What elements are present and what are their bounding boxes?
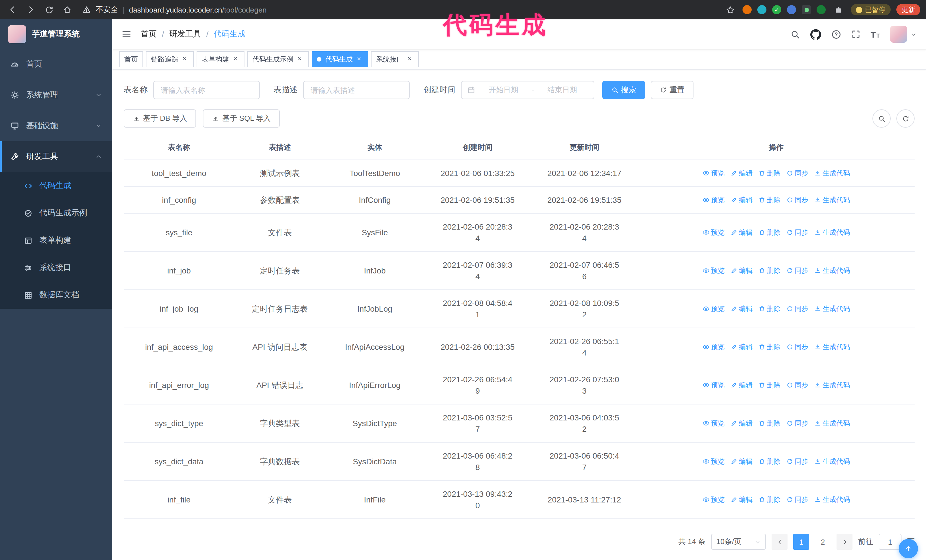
close-icon[interactable]: × bbox=[355, 55, 363, 63]
extension-icon-blue[interactable] bbox=[787, 5, 796, 14]
tab-home[interactable]: 首页 bbox=[119, 51, 143, 67]
extensions-puzzle-icon[interactable] bbox=[831, 3, 845, 17]
row-action-preview-link[interactable]: 预览 bbox=[702, 494, 725, 505]
tab-codegen[interactable]: 代码生成× bbox=[312, 51, 368, 67]
row-action-sync-link[interactable]: 同步 bbox=[786, 194, 808, 206]
sidebar-item-infra[interactable]: 基础设施 bbox=[0, 110, 112, 141]
toggle-search-button[interactable] bbox=[872, 109, 891, 128]
row-action-delete-link[interactable]: 删除 bbox=[758, 494, 781, 505]
row-action-delete-link[interactable]: 删除 bbox=[758, 168, 781, 179]
row-action-sync-link[interactable]: 同步 bbox=[786, 418, 808, 429]
tab-trace[interactable]: 链路追踪× bbox=[146, 51, 194, 67]
sidebar-item-system[interactable]: 系统管理 bbox=[0, 80, 112, 110]
close-icon[interactable]: × bbox=[406, 55, 414, 63]
address-bar[interactable]: 不安全 | dashboard.yudao.iocoder.cn/tool/co… bbox=[82, 3, 267, 17]
row-action-edit-link[interactable]: 编辑 bbox=[730, 168, 752, 179]
sidebar-item-system-api[interactable]: 系统接口 bbox=[0, 254, 112, 281]
search-icon[interactable] bbox=[790, 29, 800, 39]
row-action-sync-link[interactable]: 同步 bbox=[786, 456, 808, 467]
sidebar-item-home[interactable]: 首页 bbox=[0, 49, 112, 80]
row-action-generate-code-link[interactable]: 生成代码 bbox=[814, 494, 850, 505]
row-action-edit-link[interactable]: 编辑 bbox=[730, 494, 752, 505]
row-action-edit-link[interactable]: 编辑 bbox=[730, 265, 752, 276]
row-action-generate-code-link[interactable]: 生成代码 bbox=[814, 265, 850, 276]
fullscreen-icon[interactable] bbox=[851, 30, 860, 39]
sidebar-collapse-button[interactable] bbox=[121, 29, 132, 39]
create-time-range-picker[interactable]: 开始日期 - 结束日期 bbox=[461, 81, 595, 99]
row-action-preview-link[interactable]: 预览 bbox=[702, 456, 725, 467]
prev-page-button[interactable] bbox=[772, 534, 788, 550]
close-icon[interactable]: × bbox=[232, 55, 239, 63]
row-action-edit-link[interactable]: 编辑 bbox=[730, 379, 752, 391]
row-action-delete-link[interactable]: 删除 bbox=[758, 303, 781, 314]
row-action-preview-link[interactable]: 预览 bbox=[702, 418, 725, 429]
row-action-delete-link[interactable]: 删除 bbox=[758, 194, 781, 206]
reset-button[interactable]: 重置 bbox=[651, 81, 693, 99]
tab-form-builder[interactable]: 表单构建× bbox=[197, 51, 244, 67]
extension-icon-leaf[interactable] bbox=[817, 5, 826, 14]
help-icon[interactable]: ? bbox=[831, 29, 841, 39]
user-menu[interactable] bbox=[890, 26, 917, 43]
search-button[interactable]: 搜索 bbox=[602, 81, 645, 99]
browser-reload-button[interactable] bbox=[42, 3, 56, 17]
browser-back-button[interactable] bbox=[6, 3, 20, 17]
row-action-preview-link[interactable]: 预览 bbox=[702, 379, 725, 391]
row-action-edit-link[interactable]: 编辑 bbox=[730, 456, 752, 467]
row-action-sync-link[interactable]: 同步 bbox=[786, 494, 808, 505]
sidebar-item-db-doc[interactable]: 数据库文档 bbox=[0, 281, 112, 309]
bookmark-star-icon[interactable] bbox=[723, 3, 737, 17]
row-action-sync-link[interactable]: 同步 bbox=[786, 303, 808, 314]
paused-badge[interactable]: 已暂停 bbox=[851, 4, 891, 15]
page-button-1[interactable]: 1 bbox=[793, 534, 809, 550]
row-action-preview-link[interactable]: 预览 bbox=[702, 341, 725, 353]
update-button[interactable]: 更新 bbox=[896, 4, 920, 15]
row-action-generate-code-link[interactable]: 生成代码 bbox=[814, 341, 850, 353]
breadcrumb-devtools[interactable]: 研发工具 bbox=[169, 29, 201, 39]
row-action-delete-link[interactable]: 删除 bbox=[758, 379, 781, 391]
browser-forward-button[interactable] bbox=[24, 3, 38, 17]
tab-system-api[interactable]: 系统接口× bbox=[371, 51, 419, 67]
row-action-sync-link[interactable]: 同步 bbox=[786, 265, 808, 276]
row-action-delete-link[interactable]: 删除 bbox=[758, 418, 781, 429]
row-action-sync-link[interactable]: 同步 bbox=[786, 379, 808, 391]
sidebar-item-devtools[interactable]: 研发工具 bbox=[0, 141, 112, 172]
row-action-generate-code-link[interactable]: 生成代码 bbox=[814, 168, 850, 179]
row-action-delete-link[interactable]: 删除 bbox=[758, 456, 781, 467]
row-action-preview-link[interactable]: 预览 bbox=[702, 194, 725, 206]
row-action-delete-link[interactable]: 删除 bbox=[758, 341, 781, 353]
row-action-preview-link[interactable]: 预览 bbox=[702, 227, 725, 238]
close-icon[interactable]: × bbox=[296, 55, 304, 63]
app-logo[interactable]: 芋道管理系统 bbox=[0, 20, 112, 49]
github-icon[interactable] bbox=[810, 29, 821, 39]
row-action-generate-code-link[interactable]: 生成代码 bbox=[814, 303, 850, 314]
row-action-generate-code-link[interactable]: 生成代码 bbox=[814, 227, 850, 238]
close-icon[interactable]: × bbox=[181, 55, 189, 63]
breadcrumb-home[interactable]: 首页 bbox=[141, 29, 157, 39]
floating-action-button[interactable] bbox=[899, 539, 918, 558]
sidebar-item-codegen-example[interactable]: 代码生成示例 bbox=[0, 199, 112, 227]
table-name-input[interactable] bbox=[153, 81, 260, 99]
extension-icon-dark[interactable] bbox=[802, 5, 811, 14]
row-action-sync-link[interactable]: 同步 bbox=[786, 168, 808, 179]
browser-home-button[interactable] bbox=[61, 3, 74, 17]
sidebar-item-form-builder[interactable]: 表单构建 bbox=[0, 227, 112, 254]
row-action-edit-link[interactable]: 编辑 bbox=[730, 418, 752, 429]
sidebar-item-codegen[interactable]: 代码生成 bbox=[0, 172, 112, 199]
import-db-button[interactable]: 基于 DB 导入 bbox=[124, 109, 196, 128]
extension-icon-orange[interactable] bbox=[743, 5, 752, 14]
row-action-edit-link[interactable]: 编辑 bbox=[730, 227, 752, 238]
row-action-sync-link[interactable]: 同步 bbox=[786, 341, 808, 353]
row-action-sync-link[interactable]: 同步 bbox=[786, 227, 808, 238]
row-action-edit-link[interactable]: 编辑 bbox=[730, 194, 752, 206]
font-size-icon[interactable]: TT bbox=[870, 29, 880, 39]
tab-codegen-example[interactable]: 代码生成示例× bbox=[247, 51, 309, 67]
row-action-delete-link[interactable]: 删除 bbox=[758, 227, 781, 238]
goto-page-input[interactable] bbox=[879, 534, 902, 550]
extension-icon-teal[interactable] bbox=[757, 5, 766, 14]
row-action-generate-code-link[interactable]: 生成代码 bbox=[814, 379, 850, 391]
row-action-generate-code-link[interactable]: 生成代码 bbox=[814, 456, 850, 467]
table-desc-input[interactable] bbox=[303, 81, 410, 99]
row-action-preview-link[interactable]: 预览 bbox=[702, 168, 725, 179]
row-action-generate-code-link[interactable]: 生成代码 bbox=[814, 194, 850, 206]
row-action-delete-link[interactable]: 删除 bbox=[758, 265, 781, 276]
